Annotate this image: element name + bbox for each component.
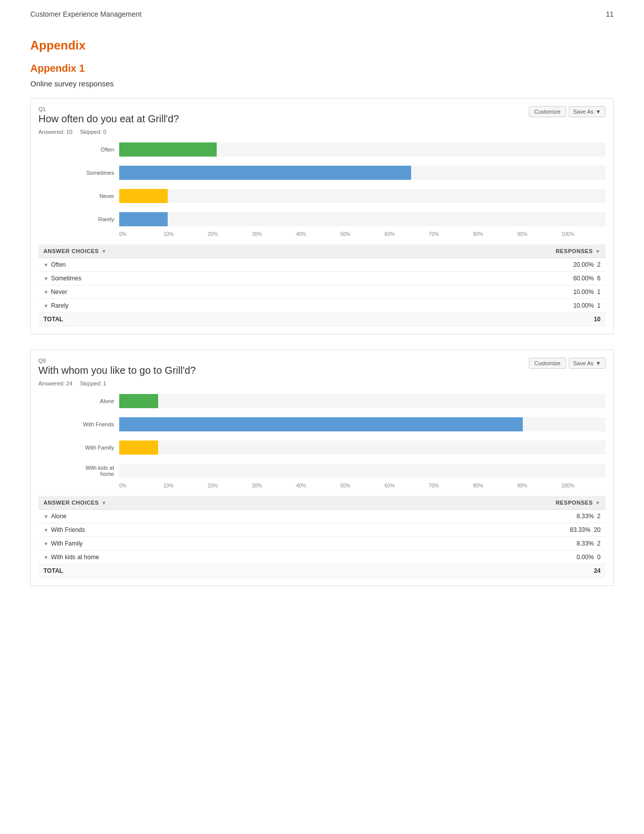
bar-fill-1-0 <box>119 394 158 408</box>
table-row-0-3: ▼Rarely10.00% 1 <box>38 299 606 313</box>
question-header-0: Q1How often do you eat at Grill'd?Custom… <box>38 106 606 126</box>
skipped-label-1: Skipped: 1 <box>80 380 106 386</box>
question-card-1: Q9With whom you like to go to Grill'd?Cu… <box>30 350 614 586</box>
row-choice-0-1: ▼Sometimes <box>38 272 363 285</box>
questions-container: Q1How often do you eat at Grill'd?Custom… <box>30 98 614 586</box>
bar-chart-0: OftenSometimesNeverRarely <box>79 142 606 226</box>
row-response-0-0: 20.00% 2 <box>363 258 606 272</box>
bar-row-1-3: With kids at home <box>79 464 606 478</box>
table-row-1-0: ▼Alone8.33% 2 <box>38 510 606 523</box>
bar-fill-0-2 <box>119 189 168 203</box>
question-btn-group-1: CustomizeSave As ▼ <box>529 358 606 369</box>
table-row-0-0: ▼Often20.00% 2 <box>38 258 606 272</box>
x-axis-tick-1-2: 20% <box>208 483 252 488</box>
response-count-0-0: 2 <box>597 261 601 268</box>
row-arrow-0-3: ▼ <box>43 303 48 309</box>
question-text-1: With whom you like to go to Grill'd? <box>38 365 196 376</box>
th-responses-arrow-0: ▼ <box>596 249 601 254</box>
bar-label-1-2: With Family <box>79 445 114 451</box>
bar-fill-0-0 <box>119 142 217 157</box>
response-pct-0-2: 10.00% <box>573 288 594 296</box>
page-header: Customer Experience Management 11 <box>30 10 614 23</box>
x-axis-tick-0-10: 100% <box>561 231 606 237</box>
bar-container-1-3 <box>119 464 606 478</box>
choice-text-1-2: With Family <box>51 540 83 547</box>
row-choice-0-0: ▼Often <box>38 258 363 272</box>
choice-text-0-3: Rarely <box>51 302 69 309</box>
response-count-1-2: 2 <box>597 540 601 547</box>
x-axis-tick-0-8: 80% <box>473 231 517 237</box>
table-row-0-2: ▼Never10.00% 1 <box>38 285 606 299</box>
x-axis-tick-1-0: 0% <box>119 483 164 488</box>
bar-container-0-2 <box>119 189 606 203</box>
th-answer-choices-1: ANSWER CHOICES▼ <box>38 496 363 510</box>
bar-container-1-0 <box>119 394 606 408</box>
customize-button-0[interactable]: Customize <box>529 106 566 117</box>
th-arrow-icon-0: ▼ <box>102 249 107 254</box>
question-meta-1: Answered: 24Skipped: 1 <box>38 380 606 386</box>
save-as-button-1[interactable]: Save As ▼ <box>569 358 606 369</box>
row-arrow-1-2: ▼ <box>43 541 48 547</box>
question-left-0: Q1How often do you eat at Grill'd? <box>38 106 179 126</box>
x-axis-tick-0-2: 20% <box>208 231 252 237</box>
bar-row-1-2: With Family <box>79 440 606 455</box>
bar-row-0-0: Often <box>79 142 606 157</box>
answered-label-0: Answered: 10 <box>38 129 72 135</box>
x-axis-tick-0-7: 70% <box>429 231 473 237</box>
bar-container-0-1 <box>119 166 606 180</box>
table-row-1-3: ▼With kids at home0.00% 0 <box>38 551 606 564</box>
choice-text-0-0: Often <box>51 261 66 268</box>
total-row-0: TOTAL10 <box>38 313 606 326</box>
choice-text-1-3: With kids at home <box>51 554 99 561</box>
x-axis-tick-0-9: 90% <box>517 231 562 237</box>
response-pct-1-1: 83.33% <box>570 526 590 533</box>
bar-container-1-2 <box>119 440 606 455</box>
bar-fill-1-2 <box>119 440 158 455</box>
bar-chart-1: AloneWith FriendsWith FamilyWith kids at… <box>79 394 606 478</box>
response-count-0-1: 6 <box>597 275 601 282</box>
total-label-0: TOTAL <box>38 313 363 326</box>
save-as-button-0[interactable]: Save As ▼ <box>569 106 606 117</box>
row-response-1-2: 8.33% 2 <box>363 537 606 551</box>
response-pct-0-3: 10.00% <box>573 302 594 309</box>
x-axis-tick-1-6: 60% <box>384 483 429 488</box>
bar-label-0-1: Sometimes <box>79 170 114 176</box>
response-count-0-3: 1 <box>597 302 601 309</box>
response-pct-1-0: 8.33% <box>577 513 594 520</box>
responses-header-0: RESPONSES <box>556 248 592 254</box>
x-axis-1: 0%10%20%30%40%50%60%70%80%90%100% <box>119 483 606 488</box>
bar-row-0-3: Rarely <box>79 212 606 226</box>
question-btn-group-0: CustomizeSave As ▼ <box>529 106 606 117</box>
choice-text-1-0: Alone <box>51 513 67 520</box>
customize-button-1[interactable]: Customize <box>529 358 566 369</box>
total-count-1: 24 <box>363 564 606 578</box>
bar-row-0-1: Sometimes <box>79 166 606 180</box>
response-count-1-0: 2 <box>597 513 601 520</box>
x-axis-tick-1-8: 80% <box>473 483 517 488</box>
x-axis-tick-1-1: 10% <box>164 483 208 488</box>
row-arrow-1-0: ▼ <box>43 514 48 519</box>
answer-choices-header-1: ANSWER CHOICES <box>43 500 99 506</box>
document-title: Customer Experience Management <box>30 10 141 18</box>
data-table-1: ANSWER CHOICES▼RESPONSES▼▼Alone8.33% 2▼W… <box>38 496 606 578</box>
row-choice-0-3: ▼Rarely <box>38 299 363 313</box>
response-pct-0-1: 60.00% <box>573 275 594 282</box>
question-header-1: Q9With whom you like to go to Grill'd?Cu… <box>38 358 606 378</box>
x-axis-tick-0-3: 30% <box>252 231 296 237</box>
choice-text-0-2: Never <box>51 288 67 296</box>
x-axis-tick-1-4: 40% <box>296 483 340 488</box>
x-axis-tick-0-1: 10% <box>164 231 208 237</box>
row-response-1-0: 8.33% 2 <box>363 510 606 523</box>
bar-label-0-2: Never <box>79 193 114 199</box>
chevron-down-icon: ▼ <box>596 360 601 366</box>
th-responses-arrow-1: ▼ <box>596 500 601 506</box>
x-axis-tick-1-9: 90% <box>517 483 562 488</box>
bar-container-0-0 <box>119 142 606 157</box>
x-axis-tick-0-4: 40% <box>296 231 340 237</box>
row-response-0-2: 10.00% 1 <box>363 285 606 299</box>
response-count-0-2: 1 <box>597 288 601 296</box>
total-label-1: TOTAL <box>38 564 363 578</box>
x-axis-tick-0-0: 0% <box>119 231 164 237</box>
row-response-0-3: 10.00% 1 <box>363 299 606 313</box>
table-row-1-2: ▼With Family8.33% 2 <box>38 537 606 551</box>
